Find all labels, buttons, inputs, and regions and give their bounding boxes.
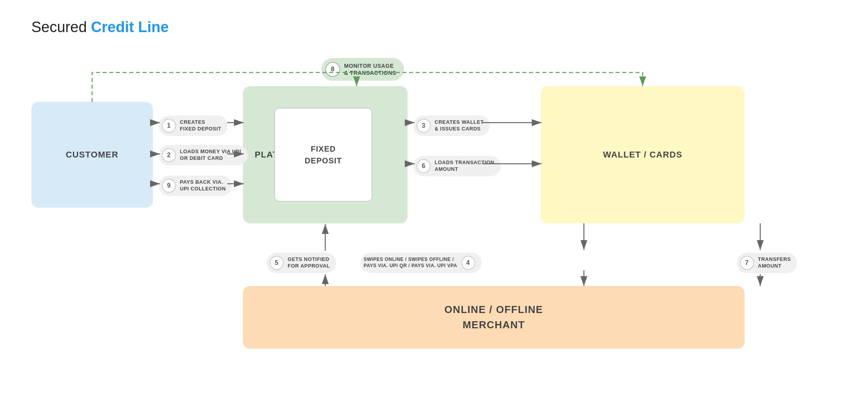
fixed-deposit-box: FIXED DEPOSIT — [274, 108, 372, 202]
step-7-num: 7 — [740, 256, 754, 270]
page-title: Secured Credit Line — [31, 19, 169, 36]
wallet-box: WALLET / CARDS — [541, 86, 745, 223]
step-4-num: 4 — [461, 256, 475, 270]
step-1-text: CREATES FIXED DEPOSIT — [180, 119, 221, 132]
step-7-text: TRANSFERS AMOUNT — [758, 256, 791, 270]
step-5-text: GETS NOTIFIED FOR APPROVAL — [288, 256, 330, 270]
step-6-pill: 6 LOADS TRANSACTION AMOUNT — [413, 156, 501, 176]
step-9-text: PAYS BACK VIA. UPI COLLECTION — [180, 179, 226, 192]
step-8-text: MONITOR USAGE & TRANSACTIONS — [344, 62, 396, 76]
step-2-pill: 2 LOADS MONEY VIA UPI OR DEBIT CARD — [159, 145, 248, 165]
step-4-pill: SWIPES ONLINE / SWIPES OFFLINE / PAYS VI… — [361, 253, 482, 273]
step-8-pill: 8 MONITOR USAGE & TRANSACTIONS — [321, 58, 404, 81]
step-2-text: LOADS MONEY VIA UPI OR DEBIT CARD — [180, 148, 241, 162]
step-1-pill: 1 CREATES FIXED DEPOSIT — [159, 116, 228, 136]
step-1-num: 1 — [162, 119, 176, 133]
step-8-num: 8 — [325, 62, 340, 77]
step-7-pill: 7 TRANSFERS AMOUNT — [737, 253, 797, 273]
step-3-text: CREATES WALLET & ISSUES CARDS — [435, 119, 484, 132]
step-3-pill: 3 CREATES WALLET & ISSUES CARDS — [413, 116, 490, 136]
step-6-text: LOADS TRANSACTION AMOUNT — [435, 159, 495, 173]
customer-box: CUSTOMER — [31, 102, 153, 208]
step-4-text: SWIPES ONLINE / SWIPES OFFLINE / PAYS VI… — [364, 257, 457, 269]
merchant-box: ONLINE / OFFLINE MERCHANT — [243, 286, 745, 349]
step-5-pill: 5 GETS NOTIFIED FOR APPROVAL — [266, 253, 336, 273]
step-5-num: 5 — [270, 256, 284, 270]
step-3-num: 3 — [417, 119, 431, 133]
step-9-pill: 9 PAYS BACK VIA. UPI COLLECTION — [159, 176, 232, 196]
step-2-num: 2 — [162, 148, 176, 162]
step-6-num: 6 — [417, 159, 431, 173]
step-9-num: 9 — [162, 179, 176, 193]
